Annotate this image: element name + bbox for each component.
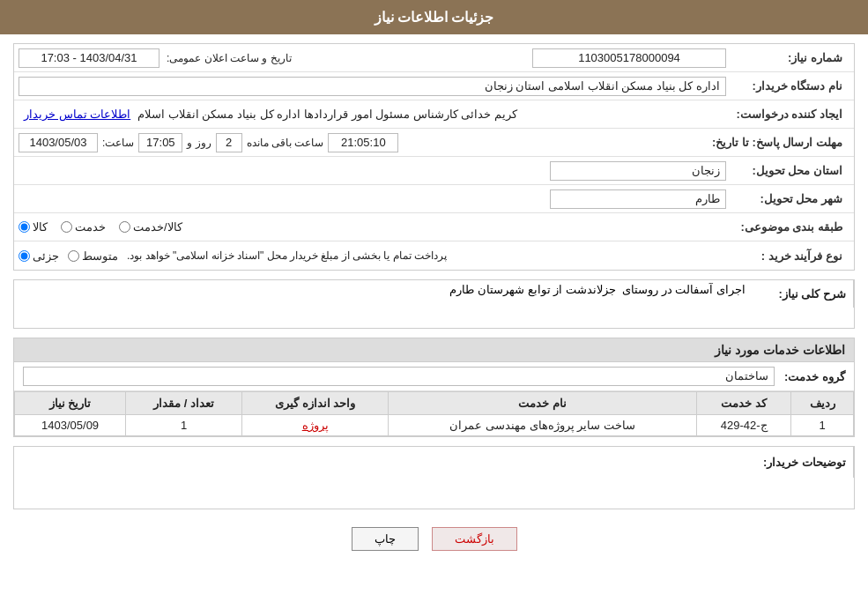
- need-number-value: 1103005178000094: [532, 48, 726, 68]
- col-code: کد خدمت: [696, 392, 790, 415]
- deadline-remaining-label: ساعت باقی مانده: [247, 137, 324, 149]
- buyer-org-label: نام دستگاه خریدار:: [726, 79, 849, 93]
- services-table: ردیف کد خدمت نام خدمت واحد اندازه گیری ت…: [14, 391, 854, 436]
- creator-value: کریم خدائی کارشناس مسئول امور قراردادها …: [137, 108, 517, 121]
- announcement-date-label: تاریخ و ساعت اعلان عمومی:: [160, 52, 299, 64]
- city-label: شهر محل تحویل:: [726, 192, 849, 205]
- group-row: گروه خدمت: ساختمان: [14, 362, 854, 391]
- purchase-type-row: نوع فرآیند خرید : پرداخت تمام یا بخشی از…: [14, 241, 854, 270]
- buyer-org-row: نام دستگاه خریدار: اداره کل بنیاد مسکن ا…: [14, 72, 854, 100]
- creator-row: ایجاد کننده درخواست: کریم خدائی کارشناس …: [14, 100, 854, 129]
- province-label: استان محل تحویل:: [726, 164, 849, 177]
- col-qty: تعداد / مقدار: [126, 392, 242, 415]
- deadline-time-label: ساعت:: [102, 137, 134, 149]
- print-button[interactable]: چاپ: [352, 527, 419, 551]
- purchase-type-mutawassit: متوسط: [68, 249, 118, 263]
- buyer-org-value: اداره کل بنیاد مسکن انقلاب اسلامی استان …: [19, 77, 726, 96]
- group-label: گروه خدمت:: [775, 370, 845, 383]
- category-option-kala-khedmat: کالا/خدمت: [119, 220, 182, 234]
- category-radio-group: کالا/خدمت خدمت کالا: [19, 220, 726, 234]
- need-desc-section: شرح کلی نیاز: اجرای آسفالت در روستای جزل…: [13, 279, 855, 329]
- deadline-time-value: 17:05: [138, 133, 182, 152]
- deadline-date-value: 1403/05/03: [19, 133, 98, 152]
- category-row: طبقه بندی موضوعی: کالا/خدمت خدمت کالا: [14, 213, 854, 241]
- radio-khedmat[interactable]: [61, 221, 72, 233]
- purchase-type-label: نوع فرآیند خرید :: [726, 249, 849, 263]
- category-label: طبقه بندی موضوعی:: [726, 220, 849, 234]
- deadline-days-value: 2: [216, 133, 242, 152]
- col-name: نام خدمت: [389, 392, 697, 415]
- deadline-label: مهلت ارسال پاسخ: تا تاریخ:: [712, 136, 849, 149]
- need-desc-label: شرح کلی نیاز:: [748, 280, 854, 308]
- city-row: شهر محل تحویل: طارم: [14, 185, 854, 213]
- button-row: بازگشت چاپ: [13, 518, 855, 560]
- col-row: ردیف: [791, 392, 854, 415]
- buyer-notes-section: توضیحات خریدار:: [13, 446, 855, 509]
- services-section: اطلاعات خدمات مورد نیاز گروه خدمت: ساختم…: [13, 338, 855, 437]
- deadline-days-label: روز و: [187, 137, 211, 149]
- city-value: طارم: [550, 189, 726, 209]
- table-row: 1 ج-42-429 ساخت سایر پروژه‌های مهندسی عم…: [15, 415, 854, 436]
- cell-date: 1403/05/09: [15, 415, 126, 436]
- purchase-type-jozee: جزئی: [19, 249, 59, 263]
- services-section-title: اطلاعات خدمات مورد نیاز: [14, 338, 854, 362]
- cell-row: 1: [791, 415, 854, 436]
- need-number-row: شماره نیاز: 1103005178000094 تاریخ و ساع…: [14, 44, 854, 72]
- cell-unit[interactable]: پروژه: [242, 415, 389, 436]
- radio-kala-khedmat[interactable]: [119, 221, 130, 233]
- need-number-label: شماره نیاز:: [726, 51, 849, 64]
- category-option-khedmat: خدمت: [61, 220, 106, 234]
- page-wrapper: جزئیات اطلاعات نیاز شماره نیاز: 11030051…: [0, 0, 868, 609]
- main-content: شماره نیاز: 1103005178000094 تاریخ و ساع…: [0, 34, 868, 568]
- radio-kala[interactable]: [19, 221, 30, 233]
- info-section: شماره نیاز: 1103005178000094 تاریخ و ساع…: [13, 43, 855, 271]
- creator-contact-link[interactable]: اطلاعات تماس خریدار: [24, 108, 130, 121]
- radio-mutawassit[interactable]: [68, 250, 79, 262]
- buyer-notes-label: توضیحات خریدار:: [748, 447, 854, 478]
- cell-qty: 1: [126, 415, 242, 436]
- radio-jozee[interactable]: [19, 250, 30, 262]
- group-value: ساختمان: [23, 367, 775, 386]
- announcement-date-value: 1403/04/31 - 17:03: [19, 48, 160, 68]
- page-title: جزئیات اطلاعات نیاز: [375, 10, 494, 25]
- buyer-notes-textarea[interactable]: [14, 447, 748, 509]
- province-value: زنجان: [550, 161, 726, 181]
- back-button[interactable]: بازگشت: [432, 527, 517, 551]
- col-unit: واحد اندازه گیری: [242, 392, 389, 415]
- cell-name: ساخت سایر پروژه‌های مهندسی عمران: [389, 415, 697, 436]
- purchase-type-note: پرداخت تمام یا بخشی از مبلغ خریدار محل "…: [127, 249, 447, 262]
- col-date: تاریخ نیاز: [15, 392, 126, 415]
- page-header: جزئیات اطلاعات نیاز: [0, 0, 868, 34]
- need-desc-textarea[interactable]: اجرای آسفالت در روستای جزلاندشت از توابع…: [17, 283, 746, 323]
- deadline-row: مهلت ارسال پاسخ: تا تاریخ: 21:05:10 ساعت…: [14, 129, 854, 157]
- category-option-kala: کالا: [19, 220, 48, 234]
- deadline-remaining-value: 21:05:10: [328, 133, 398, 152]
- cell-code: ج-42-429: [696, 415, 790, 436]
- province-row: استان محل تحویل: زنجان: [14, 157, 854, 185]
- creator-label: ایجاد کننده درخواست:: [726, 108, 849, 121]
